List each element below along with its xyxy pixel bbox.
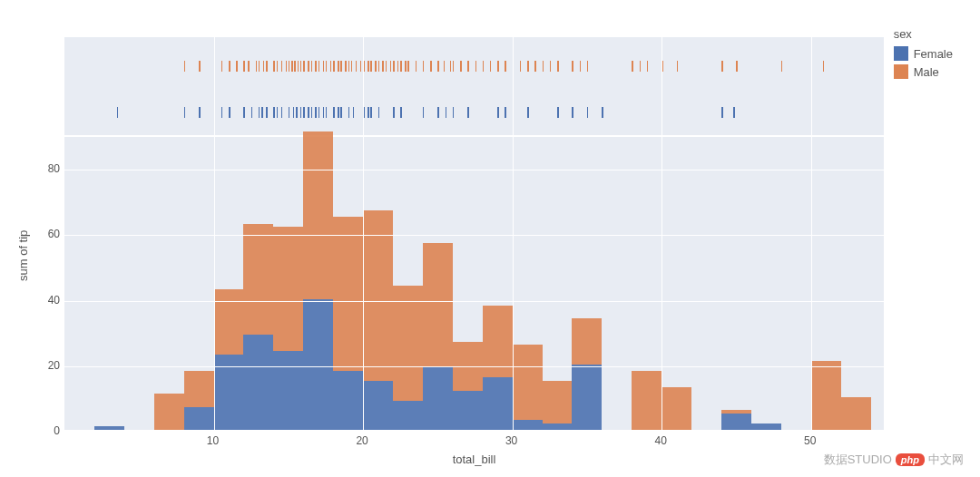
rug-tick-male [340,61,342,72]
rug-tick-female [303,107,305,118]
rug-tick-male [444,61,446,72]
bar-male [214,289,244,355]
bar-male [543,381,573,423]
rug-tick-male [405,61,407,72]
bar-male [513,345,543,420]
y-axis-label: sum of tip [16,230,30,281]
rug-tick-male [736,61,738,72]
rug-tick-female [315,107,317,118]
rug-tick-female [348,107,350,118]
y-tick-label: 0 [54,424,60,437]
rug-tick-female [378,107,380,118]
legend: sex Female Male [894,27,953,83]
rug-tick-female [243,107,245,118]
rug-tick-male [286,61,288,72]
rug-tick-female [437,107,439,118]
rug-tick-female [446,107,447,118]
bar-female [572,365,602,430]
rug-tick-male [248,61,250,72]
rug-tick-male [572,61,573,72]
legend-title: sex [894,27,953,41]
rug-tick-female [340,107,342,118]
rug-tick-male [407,61,409,72]
rug-tick-female [721,107,723,118]
bar-female [543,423,573,430]
rug-tick-female [400,107,402,118]
rug-tick-female [326,107,328,118]
rug-tick-male [281,61,283,72]
rug-tick-male [229,61,230,72]
rug-tick-male [356,61,358,72]
rug-tick-male [490,61,492,72]
y-tick-label: 60 [48,228,60,240]
bar-female [423,367,453,430]
bar-male [303,131,333,298]
rug-tick-male [273,61,275,72]
rug-tick-male [437,61,439,72]
rug-tick-female [587,107,589,118]
watermark-badge: php [896,453,925,466]
legend-label-female: Female [914,47,953,61]
rug-tick-female [370,107,372,118]
rug-tick-male [348,61,350,72]
rug-tick-female [266,107,268,118]
rug-tick-male [243,61,245,72]
rug-tick-female [300,107,302,118]
rug-tick-female [338,107,339,118]
rug-tick-female [505,107,506,118]
rug-tick-male [298,61,299,72]
rug-tick-male [333,61,335,72]
rug-tick-male [184,61,186,72]
rug-tick-female [296,107,298,118]
rug-tick-male [527,61,529,72]
rug-tick-male [497,61,499,72]
bar-female [303,299,333,430]
x-tick-label: 30 [505,434,517,447]
rug-tick-male [587,61,589,72]
bar-male [243,224,273,336]
rug-tick-male [266,61,268,72]
rug-tick-male [326,61,328,72]
rug-tick-male [721,61,723,72]
rug-tick-male [483,61,485,72]
rug-tick-male [647,61,649,72]
rug-tick-female [353,107,355,118]
rug-tick-female [281,107,283,118]
bar-female [483,377,513,430]
x-tick-label: 10 [207,434,219,447]
rug-tick-female [602,107,603,118]
rug-row-female [64,105,884,120]
rug-panel [64,36,885,136]
rug-tick-male [300,61,302,72]
rug-tick-male [632,61,633,72]
rug-tick-male [640,61,642,72]
rug-tick-male [315,61,317,72]
legend-swatch-male [894,64,908,79]
rug-tick-female [368,107,369,118]
legend-label-male: Male [914,65,939,79]
bar-male [841,397,871,430]
rug-tick-male [375,61,377,72]
rug-tick-female [311,107,313,118]
rug-tick-male [263,61,265,72]
rug-tick-male [677,61,679,72]
rug-tick-male [338,61,339,72]
rug-tick-female [572,107,573,118]
chart-container [64,36,885,431]
rug-tick-female [423,107,425,118]
rug-tick-male [236,61,238,72]
rug-tick-male [323,61,325,72]
rug-tick-female [323,107,325,118]
bar-female [513,420,543,430]
rug-tick-male [460,61,462,72]
bar-male [632,371,662,430]
x-axis-label: total_bill [453,453,496,466]
bar-male [423,243,453,367]
rug-tick-female [259,107,260,118]
rug-tick-male [416,61,417,72]
rug-tick-female [527,107,529,118]
bar-female [751,423,781,430]
rug-tick-female [318,107,320,118]
watermark-text2: 中文网 [928,452,964,468]
rug-tick-male [580,61,582,72]
